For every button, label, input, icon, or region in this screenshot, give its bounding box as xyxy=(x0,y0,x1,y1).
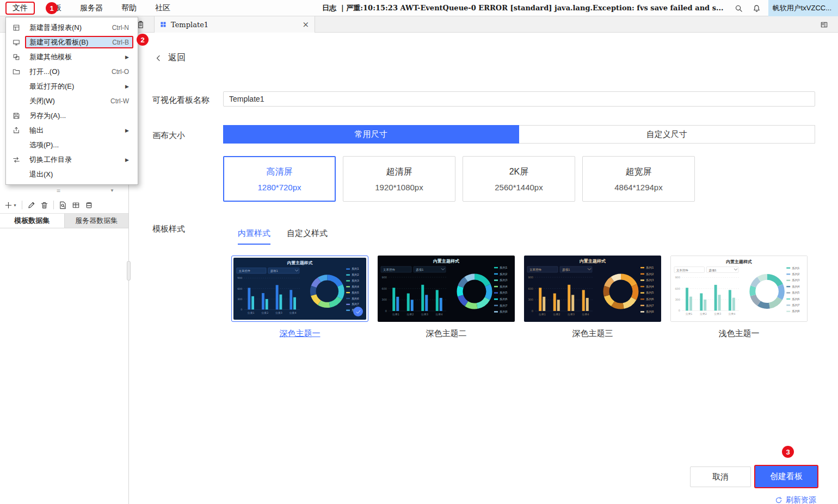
svg-text:分类4: 分类4 xyxy=(582,313,589,316)
svg-text:300: 300 xyxy=(237,298,242,301)
shortcut-label: Ctrl-N xyxy=(112,24,129,32)
theme-card-0[interactable]: 内置主题样式文本控件选项19006003000分类1分类2分类3分类4系列1系列… xyxy=(231,256,368,339)
back-button[interactable]: 返回 xyxy=(154,52,186,64)
file-menu-item[interactable]: 新建普通报表(N)Ctrl-N xyxy=(6,20,138,35)
theme-label[interactable]: 深色主题二 xyxy=(426,328,467,339)
svg-text:分类4: 分类4 xyxy=(435,313,442,316)
blank-icon xyxy=(11,97,21,105)
file-menu-item[interactable]: 输出▶ xyxy=(6,123,138,138)
shortcut-label: Ctrl-W xyxy=(110,97,129,105)
file-menu-item[interactable]: 另存为(A)... xyxy=(6,108,138,123)
menubar-item-3[interactable]: 帮助 xyxy=(114,2,144,15)
main-content: 返回 可视化看板名称 画布大小 常用尺寸自定义尺寸 高清屏1280*720px超… xyxy=(129,33,838,504)
close-icon[interactable]: × xyxy=(302,21,309,29)
size-card-row: 高清屏1280*720px超清屏1920*1080px2K屏2560*1440p… xyxy=(223,156,695,202)
theme-card-2[interactable]: 内置主题样式文本控件选项19006003000分类1分类2分类3分类4系列1系列… xyxy=(524,256,661,339)
svg-text:系列7: 系列7 xyxy=(352,303,359,307)
file-menu-item-label: 新建其他模板 xyxy=(29,52,72,62)
svg-text:系列3: 系列3 xyxy=(352,279,359,283)
svg-text:系列1: 系列1 xyxy=(352,267,359,271)
svg-text:900: 900 xyxy=(528,276,533,279)
switch-icon xyxy=(11,155,21,164)
style-tab-1[interactable]: 自定义样式 xyxy=(287,228,328,245)
theme-card-3[interactable]: 内置主题样式文本控件选项19006003000分类1分类2分类3分类4系列1系列… xyxy=(670,256,808,339)
refresh-resources-link[interactable]: 刷新资源 xyxy=(775,495,816,504)
preview-dataset-icon[interactable] xyxy=(59,201,67,209)
file-menu-item[interactable]: 选项(P)... xyxy=(6,138,138,152)
dataset-tab-0[interactable]: 模板数据集 xyxy=(0,214,65,228)
file-menu-item[interactable]: 退出(X) xyxy=(6,167,138,182)
menubar-item-4[interactable]: 社区 xyxy=(148,2,177,15)
dataset-table-icon[interactable] xyxy=(72,201,80,209)
svg-text:选项1: 选项1 xyxy=(562,268,570,272)
svg-text:系列7: 系列7 xyxy=(646,304,654,307)
svg-text:系列4: 系列4 xyxy=(646,285,654,288)
panel-layout-icon[interactable] xyxy=(818,19,829,30)
edit-dataset-icon[interactable] xyxy=(27,201,35,209)
collapse-caret-icon[interactable]: ▼ xyxy=(110,188,114,193)
file-menu-item[interactable]: 最近打开的(E)▶ xyxy=(6,79,138,94)
size-card-title: 超宽屏 xyxy=(626,166,652,178)
log-label: 日志 xyxy=(322,3,336,13)
svg-text:系列2: 系列2 xyxy=(500,272,508,276)
svg-text:300: 300 xyxy=(528,298,533,301)
canvas-size-tab-1[interactable]: 自定义尺寸 xyxy=(519,125,816,144)
dashboard-name-input[interactable] xyxy=(223,91,815,107)
file-menu-item[interactable]: 打开...(O)Ctrl-O xyxy=(6,64,138,79)
splitter-handle-icon[interactable]: = xyxy=(57,187,60,195)
style-tabs: 内置样式自定义样式 xyxy=(238,228,328,245)
annotation-badge-3: 3 xyxy=(782,446,794,458)
size-card-resolution: 1280*720px xyxy=(257,183,301,192)
size-card-1[interactable]: 超清屏1920*1080px xyxy=(343,156,455,202)
svg-text:选项1: 选项1 xyxy=(270,269,278,273)
size-card-2[interactable]: 2K屏2560*1440px xyxy=(463,156,575,202)
menubar-item-0[interactable]: 文件 xyxy=(5,2,35,15)
size-card-title: 超清屏 xyxy=(386,166,412,178)
theme-label[interactable]: 深色主题一 xyxy=(280,328,321,339)
add-dataset-icon[interactable]: ▼ xyxy=(4,201,17,209)
svg-text:文本控件: 文本控件 xyxy=(529,268,542,271)
file-menu-item-label: 选项(P)... xyxy=(29,140,59,150)
svg-text:600: 600 xyxy=(237,288,242,290)
style-tab-0[interactable]: 内置样式 xyxy=(238,228,270,245)
svg-text:内置主题样式: 内置主题样式 xyxy=(287,260,313,265)
theme-card-1[interactable]: 内置主题样式文本控件选项19006003000分类1分类2分类3分类4系列1系列… xyxy=(378,256,515,339)
svg-text:系列5: 系列5 xyxy=(646,291,654,294)
svg-text:系列4: 系列4 xyxy=(352,285,360,289)
size-card-0[interactable]: 高清屏1280*720px xyxy=(223,156,336,202)
svg-text:系列8: 系列8 xyxy=(792,309,800,313)
menubar-item-2[interactable]: 服务器 xyxy=(73,2,110,15)
file-menu-item[interactable]: 新建其他模板▶ xyxy=(6,49,138,64)
file-menu-item[interactable]: 关闭(W)Ctrl-W xyxy=(6,94,138,108)
size-card-3[interactable]: 超宽屏4864*1294px xyxy=(582,156,695,202)
svg-text:分类1: 分类1 xyxy=(539,313,546,316)
app-root: 文件模板服务器帮助社区 日志 | 严重:10:15:23 AWT-EventQu… xyxy=(0,0,838,504)
size-card-resolution: 1920*1080px xyxy=(375,183,423,192)
bell-icon[interactable] xyxy=(750,2,763,15)
server-dataset-icon[interactable] xyxy=(85,201,93,209)
search-icon[interactable] xyxy=(732,2,745,15)
create-dashboard-button[interactable]: 创建看板 xyxy=(754,465,818,488)
file-menu-item[interactable]: 切换工作目录▶ xyxy=(6,152,138,167)
theme-label[interactable]: 深色主题三 xyxy=(572,328,613,339)
dashboard-icon xyxy=(11,38,21,47)
file-menu-item[interactable]: 新建可视化看板(B)Ctrl-B xyxy=(6,35,138,49)
theme-preview: 内置主题样式文本控件选项19006003000分类1分类2分类3分类4系列1系列… xyxy=(670,256,808,322)
submenu-arrow-icon: ▶ xyxy=(125,128,129,133)
theme-label[interactable]: 浅色主题一 xyxy=(719,328,760,339)
svg-text:内置主题样式: 内置主题样式 xyxy=(580,258,606,264)
svg-text:0: 0 xyxy=(385,309,387,313)
tab-template1[interactable]: Template1 × xyxy=(154,16,315,33)
svg-text:系列4: 系列4 xyxy=(500,285,508,288)
user-account-badge[interactable]: 帆软用户txVZCC... xyxy=(768,0,838,16)
file-menu-item-label: 输出 xyxy=(29,126,44,135)
svg-text:300: 300 xyxy=(381,298,387,301)
panel-resize-handle[interactable] xyxy=(127,261,131,281)
dataset-tab-1[interactable]: 服务器数据集 xyxy=(65,214,129,228)
svg-text:系列3: 系列3 xyxy=(792,278,800,282)
cancel-button[interactable]: 取消 xyxy=(690,466,751,487)
delete-dataset-icon[interactable] xyxy=(40,201,48,209)
file-menu-item-label: 退出(X) xyxy=(29,170,53,179)
svg-text:文本控件: 文本控件 xyxy=(383,268,396,271)
canvas-size-tab-0[interactable]: 常用尺寸 xyxy=(223,125,519,144)
